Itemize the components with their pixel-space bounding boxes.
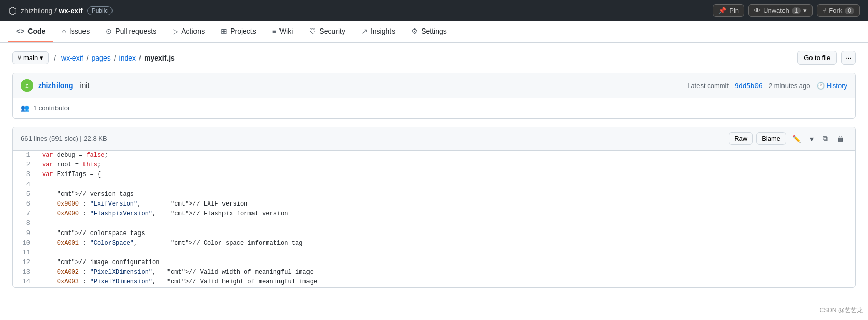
edit-dropdown-button[interactable]: ▾ (807, 133, 817, 145)
history-link[interactable]: 🕐 History (817, 82, 847, 90)
path-separator: / (54, 7, 57, 15)
index-breadcrumb-link[interactable]: index (119, 54, 136, 62)
line-code: 0xA001 : "ColorSpace", "cmt">// Color sp… (38, 239, 855, 248)
table-row: 5 "cmt">// version tags (13, 190, 855, 199)
commit-author: z zhizhilong init (21, 79, 89, 92)
top-bar-actions: 📌 Pin 👁 Unwatch 1 ▾ ⑂ Fork 0 (713, 4, 860, 17)
more-options-button[interactable]: ··· (841, 51, 856, 65)
branch-icon: ⑂ (18, 54, 21, 62)
commit-time: 2 minutes ago (769, 82, 810, 90)
fork-button[interactable]: ⑂ Fork 0 (817, 4, 860, 17)
table-row: 8 (13, 219, 855, 228)
line-code (38, 219, 855, 228)
breadcrumb-separator1: / (54, 54, 56, 62)
line-code: var root = this; (38, 160, 855, 170)
contributors-row: 👥 1 contributor (13, 98, 855, 118)
breadcrumb-separator3: / (114, 54, 116, 62)
tab-issues[interactable]: ○ Issues (53, 21, 98, 42)
file-meta: 661 lines (591 sloc) | 22.8 KB (21, 135, 107, 142)
file-box: 661 lines (591 sloc) | 22.8 KB Raw Blame… (12, 127, 856, 288)
nav-tabs: <> Code ○ Issues ⊙ Pull requests ▷ Actio… (0, 21, 868, 43)
pin-button[interactable]: 📌 Pin (713, 4, 744, 17)
edit-button[interactable]: ✏️ (789, 133, 804, 145)
line-number[interactable]: 3 (13, 170, 38, 180)
tab-security[interactable]: 🛡 Security (301, 21, 353, 42)
repo-name[interactable]: wx-exif (59, 7, 82, 15)
eye-icon: 👁 (754, 7, 761, 14)
pages-breadcrumb-link[interactable]: pages (92, 54, 111, 62)
line-number[interactable]: 8 (13, 219, 38, 228)
commit-right: Latest commit 9dd5b06 2 minutes ago 🕐 Hi… (687, 82, 847, 90)
line-number[interactable]: 13 (13, 268, 38, 277)
table-row: 2var root = this; (13, 160, 855, 170)
line-code (38, 180, 855, 190)
line-code: 0xA003 : "PixelYDimension", "cmt">// Val… (38, 277, 855, 287)
line-number[interactable]: 5 (13, 190, 38, 199)
line-code: "cmt">// colorspace tags (38, 229, 855, 239)
table-row: 3var ExifTags = { (13, 170, 855, 180)
line-code: "cmt">// version tags (38, 190, 855, 199)
unwatch-button[interactable]: 👁 Unwatch 1 ▾ (748, 4, 813, 17)
line-number[interactable]: 14 (13, 277, 38, 287)
tab-insights[interactable]: ↗ Insights (353, 21, 403, 42)
pr-icon: ⊙ (106, 27, 112, 35)
contributors-count: 1 contributor (33, 104, 70, 112)
table-row: 14 0xA003 : "PixelYDimension", "cmt">// … (13, 277, 855, 287)
owner-link[interactable]: zhizhilong (21, 7, 52, 15)
repo-breadcrumb-link[interactable]: wx-exif (61, 54, 83, 62)
table-row: 1var debug = false; (13, 151, 855, 160)
table-row: 9 "cmt">// colorspace tags (13, 229, 855, 239)
breadcrumb: ⑂ main ▾ / wx-exif / pages / index / mye… (12, 51, 175, 64)
line-number[interactable]: 1 (13, 151, 38, 160)
copy-button[interactable]: ⧉ (820, 132, 831, 145)
line-number[interactable]: 2 (13, 160, 38, 170)
chevron-down-icon: ▾ (40, 54, 43, 62)
chevron-down-icon: ▾ (803, 7, 807, 14)
table-row: 11 (13, 248, 855, 258)
projects-icon: ⊞ (221, 27, 227, 35)
file-header: 661 lines (591 sloc) | 22.8 KB Raw Blame… (13, 127, 855, 151)
svg-text:z: z (26, 83, 29, 89)
wiki-icon: ≡ (272, 27, 276, 35)
line-code: "cmt">// image configuration (38, 258, 855, 268)
line-number[interactable]: 10 (13, 239, 38, 248)
table-row: 12 "cmt">// image configuration (13, 258, 855, 268)
file-actions: Raw Blame ✏️ ▾ ⧉ 🗑 (729, 132, 847, 145)
tab-wiki[interactable]: ≡ Wiki (264, 21, 301, 42)
line-number[interactable]: 6 (13, 199, 38, 209)
line-number[interactable]: 9 (13, 229, 38, 239)
line-number[interactable]: 12 (13, 258, 38, 268)
issues-icon: ○ (62, 27, 66, 35)
actions-icon: ▷ (173, 27, 178, 35)
line-number[interactable]: 11 (13, 248, 38, 258)
file-size: 22.8 KB (83, 135, 107, 142)
tab-code[interactable]: <> Code (8, 21, 53, 42)
author-name[interactable]: zhizhilong (38, 81, 73, 90)
goto-file-button[interactable]: Go to file (797, 51, 837, 65)
insights-icon: ↗ (361, 27, 368, 35)
tab-settings[interactable]: ⚙ Settings (403, 21, 455, 42)
line-number[interactable]: 7 (13, 209, 38, 219)
line-code: 0xA000 : "FlashpixVersion", "cmt">// Fla… (38, 209, 855, 219)
code-icon: <> (16, 27, 24, 35)
raw-button[interactable]: Raw (729, 132, 753, 145)
tab-projects[interactable]: ⊞ Projects (213, 21, 264, 42)
breadcrumb-bar: ⑂ main ▾ / wx-exif / pages / index / mye… (0, 43, 868, 73)
line-code: var ExifTags = { (38, 170, 855, 180)
code-table: 1var debug = false;2var root = this;3var… (13, 151, 855, 287)
line-code: 0x9000 : "ExifVersion", "cmt">// EXIF ve… (38, 199, 855, 209)
blame-button[interactable]: Blame (756, 132, 786, 145)
line-code: var debug = false; (38, 151, 855, 160)
branch-selector[interactable]: ⑂ main ▾ (12, 51, 49, 64)
settings-icon: ⚙ (411, 27, 418, 35)
tab-actions[interactable]: ▷ Actions (164, 21, 213, 42)
table-row: 13 0xA002 : "PixelXDimension", "cmt">// … (13, 268, 855, 277)
delete-button[interactable]: 🗑 (834, 133, 847, 145)
file-lines: 661 lines (591 sloc) (21, 135, 78, 142)
line-number[interactable]: 4 (13, 180, 38, 190)
commit-message: init (80, 81, 89, 90)
tab-pull-requests[interactable]: ⊙ Pull requests (98, 21, 164, 42)
file-breadcrumb: myexif.js (144, 54, 175, 62)
unwatch-count: 1 (792, 7, 801, 14)
commit-hash[interactable]: 9dd5b06 (735, 82, 763, 90)
